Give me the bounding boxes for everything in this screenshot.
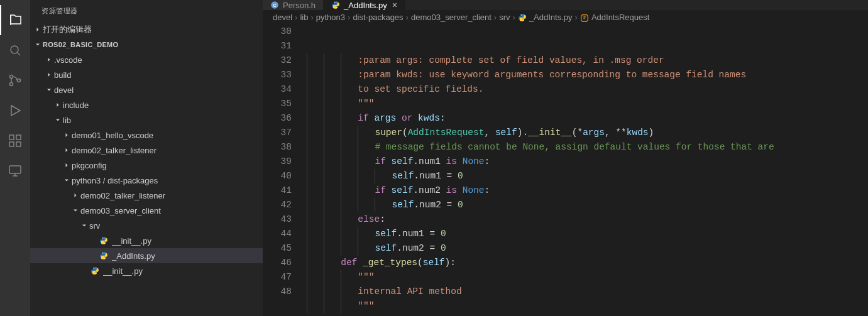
breadcrumb-item[interactable]: _AddInts.py — [518, 13, 573, 22]
line-gutter: 30313233343536373839404142434445464748 — [263, 25, 307, 316]
source-control-icon[interactable] — [0, 65, 30, 95]
svg-point-18 — [336, 8, 337, 8]
python-file-icon — [89, 266, 101, 275]
chevron-right-icon: › — [310, 13, 313, 22]
code-line[interactable]: """ — [307, 97, 868, 111]
tree-item-label: python3 / dist-packages — [72, 176, 158, 185]
run-debug-icon[interactable] — [0, 95, 30, 126]
sidebar-title: 资源管理器 — [30, 0, 263, 22]
breadcrumb-item[interactable]: lib — [300, 13, 308, 22]
folder-item[interactable]: lib — [30, 112, 263, 128]
chevron-icon — [62, 131, 72, 139]
folder-item[interactable]: devel — [30, 82, 263, 97]
chevron-icon — [53, 116, 63, 124]
python-file-icon — [331, 1, 340, 9]
tree-item-label: devel — [54, 85, 74, 95]
folder-item[interactable]: demo02_talker_listener — [30, 188, 263, 203]
folder-item[interactable]: demo02_talker_listener — [30, 143, 263, 158]
svg-point-14 — [96, 273, 96, 274]
code-line[interactable]: self.num1 = 0 — [307, 227, 868, 241]
tab-label: Person.h — [283, 1, 316, 10]
svg-rect-5 — [16, 135, 21, 139]
extensions-icon[interactable] — [0, 126, 30, 156]
code-editor[interactable]: 30313233343536373839404142434445464748 :… — [263, 25, 868, 316]
folder-item[interactable]: demo01_hello_vscode — [30, 128, 263, 143]
code-line[interactable]: """ — [307, 299, 868, 313]
code-line[interactable]: if args or kwds: — [307, 111, 868, 126]
code-line[interactable]: else: — [307, 212, 868, 227]
folder-item[interactable]: demo03_server_client — [30, 203, 263, 218]
chevron-right-icon: › — [348, 13, 350, 22]
code-line[interactable]: :param args: complete set of field value… — [307, 53, 868, 68]
chevron-icon — [53, 101, 63, 109]
code-line[interactable]: # message fields cannot be None, assign … — [307, 140, 868, 155]
tree-item-label: lib — [63, 116, 71, 125]
breadcrumb-item[interactable]: dist-packages — [353, 13, 403, 22]
project-root[interactable]: ROS02_BASIC_DEMO — [30, 37, 263, 52]
code-line[interactable]: internal API method — [307, 285, 868, 299]
breadcrumb-item[interactable]: demo03_server_client — [411, 13, 492, 22]
folder-item[interactable]: python3 / dist-packages — [30, 173, 263, 188]
folder-item[interactable]: srv — [30, 218, 263, 233]
chevron-down-icon — [33, 41, 43, 48]
code-line[interactable]: if self.num2 is None: — [307, 183, 868, 198]
tab-label: _AddInts.py — [344, 1, 387, 10]
search-icon[interactable] — [0, 35, 30, 65]
c-file-icon: C — [270, 1, 279, 9]
file-item[interactable]: _AddInts.py — [30, 248, 263, 263]
svg-point-20 — [523, 19, 524, 20]
folder-item[interactable]: build — [30, 67, 263, 82]
chevron-right-icon: › — [513, 13, 515, 22]
chevron-right-icon: › — [295, 13, 297, 22]
code-line[interactable]: """ — [307, 270, 868, 285]
editor-area: CPerson.h_AddInts.py× devel›lib›python3›… — [263, 0, 868, 316]
chevron-icon — [70, 192, 80, 199]
svg-rect-7 — [16, 142, 21, 146]
folder-item[interactable]: .vscode — [30, 52, 263, 67]
tree-item-label: build — [54, 70, 71, 80]
python-file-icon — [98, 236, 109, 245]
explorer-icon[interactable] — [0, 5, 30, 35]
tab[interactable]: _AddInts.py× — [324, 0, 405, 10]
code-line[interactable]: to set specific fields. — [307, 82, 868, 97]
svg-point-1 — [10, 75, 13, 79]
chevron-icon — [44, 56, 54, 63]
tree-item-label: demo01_hello_vscode — [72, 131, 153, 140]
tree-item-label: demo03_server_client — [80, 206, 161, 215]
chevron-icon — [79, 222, 89, 229]
breadcrumb-item[interactable]: python3 — [316, 13, 345, 22]
svg-point-10 — [104, 243, 105, 244]
file-item[interactable]: __init__.py — [30, 263, 263, 278]
svg-rect-8 — [9, 166, 21, 173]
close-icon[interactable]: × — [392, 0, 397, 10]
code-content[interactable]: :param args: complete set of field value… — [307, 25, 868, 316]
code-line[interactable]: :param kwds: use keyword arguments corre… — [307, 68, 868, 82]
python-file-icon — [98, 251, 109, 260]
breadcrumbs: devel›lib›python3›dist-packages›demo03_s… — [263, 10, 868, 25]
folder-item[interactable]: include — [30, 97, 263, 112]
svg-point-12 — [104, 258, 105, 259]
open-editors-section[interactable]: 打开的编辑器 — [30, 22, 263, 37]
tree-item-label: .vscode — [54, 55, 82, 65]
code-line[interactable]: super(AddIntsRequest, self).__init__(*ar… — [307, 126, 868, 140]
code-line[interactable]: self.num2 = 0 — [307, 198, 868, 212]
code-line[interactable]: if self.num1 is None: — [307, 155, 868, 169]
code-line[interactable]: self.num2 = 0 — [307, 241, 868, 256]
breadcrumb-item[interactable]: AddIntsRequest — [580, 13, 650, 22]
tree-item-label: demo02_talker_listener — [72, 146, 157, 155]
file-item[interactable]: __init__.py — [30, 233, 263, 248]
code-line[interactable]: def _get_types(self): — [307, 256, 868, 270]
svg-point-17 — [334, 2, 335, 3]
tab[interactable]: CPerson.h — [263, 0, 324, 10]
remote-icon[interactable] — [0, 156, 30, 186]
code-line[interactable]: self.num1 = 0 — [307, 169, 868, 183]
tree-item-label: pkgconfig — [72, 161, 107, 170]
breadcrumb-item[interactable]: devel — [273, 13, 292, 22]
python-file-icon — [518, 13, 527, 22]
symbol-class-icon — [580, 13, 589, 22]
breadcrumb-item[interactable]: srv — [499, 13, 510, 22]
tree-item-label: demo02_talker_listener — [80, 191, 165, 200]
tree-item-label: __init__.py — [103, 266, 143, 276]
tree-item-label: include — [63, 101, 89, 110]
folder-item[interactable]: pkgconfig — [30, 158, 263, 173]
